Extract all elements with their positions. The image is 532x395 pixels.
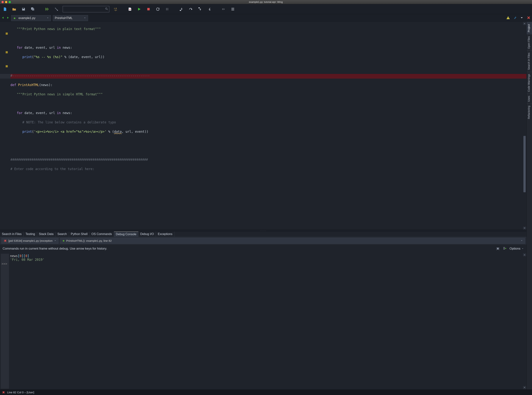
menu-button[interactable] [230, 6, 236, 12]
code-editor[interactable]: """Print Python news in plain text forma… [0, 22, 527, 230]
side-tab-uses[interactable]: Uses [527, 94, 532, 104]
new-file-button[interactable] [2, 6, 8, 12]
svg-text:A: A [114, 7, 115, 9]
chevron-down-icon [54, 239, 56, 242]
tab-debug-io[interactable]: Debug I/O [138, 231, 156, 237]
window-title: example1.py: tutorial.wpr: Wing [11, 0, 521, 3]
save-button[interactable] [21, 6, 27, 12]
tab-search-in-files[interactable]: Search in Files [0, 231, 24, 237]
fold-marker[interactable] [5, 33, 8, 35]
debug-process-label: [pid 53534] example1.py (exception [8, 239, 53, 242]
open-file-button[interactable] [11, 6, 17, 12]
side-tab-project[interactable]: Project [527, 22, 532, 34]
file-tab-bar: ★ example1.py PrintAsHTML [0, 14, 532, 22]
replace-button[interactable]: AB [113, 6, 119, 12]
file-selector[interactable]: ★ example1.py [11, 15, 51, 21]
nav-forward-button[interactable] [6, 16, 9, 20]
run-button[interactable] [136, 6, 142, 12]
tab-exceptions[interactable]: Exceptions [156, 231, 174, 237]
chevron-down-icon [521, 239, 523, 242]
minimize-window-button[interactable] [5, 1, 7, 3]
horizontal-splitter[interactable]: ⋯⋯⋯ [0, 230, 527, 231]
pause-button[interactable] [164, 6, 170, 12]
scroll-down-button[interactable] [523, 386, 526, 389]
goto-definition-button[interactable] [53, 6, 59, 12]
close-window-button[interactable] [1, 1, 4, 3]
file-selector-label: example1.py [18, 16, 35, 20]
toolbar-search-input[interactable] [63, 8, 104, 11]
bottom-tool-tabs: Search in Files Testing Stack Data Searc… [0, 231, 527, 237]
fold-marker[interactable] [5, 65, 8, 67]
svg-point-2 [106, 8, 107, 9]
svg-rect-0 [22, 8, 24, 9]
status-text: Line 82 Col 0 – [User] [7, 391, 34, 394]
options-label: Options [510, 247, 521, 251]
step-out-button[interactable] [197, 6, 203, 12]
svg-rect-9 [167, 8, 168, 10]
scroll-up-button[interactable] [523, 253, 526, 256]
svg-rect-8 [166, 8, 167, 10]
tab-debug-console[interactable]: Debug Console [114, 231, 138, 237]
options-dropdown[interactable]: Options [510, 247, 524, 251]
traffic-lights [1, 1, 11, 3]
debug-frame-label: PrintAsHTML(): example1.py, line 82 [66, 239, 112, 242]
debug-console-panel: [pid 53534] example1.py (exception ★ Pri… [0, 237, 527, 390]
editor-gutter[interactable] [0, 22, 9, 230]
side-tab-refactoring[interactable]: Refactoring [527, 104, 532, 121]
svg-point-14 [5, 240, 6, 242]
stop-button[interactable] [145, 6, 151, 12]
more-tools-button[interactable] [220, 6, 226, 12]
scroll-up-button[interactable] [523, 22, 526, 25]
step-into-button[interactable] [178, 6, 184, 12]
editor-scrollbar[interactable] [523, 22, 526, 230]
status-bug-icon[interactable] [2, 390, 5, 394]
debug-frame-selector[interactable]: ★ PrintAsHTML(): example1.py, line 82 [60, 238, 525, 244]
console-prompt: >>> [1, 262, 8, 266]
indentation-button[interactable] [44, 6, 50, 12]
pin-icon[interactable] [513, 16, 517, 20]
toolbar-search[interactable] [63, 6, 109, 12]
svg-point-5 [115, 10, 116, 11]
status-bar: Line 82 Col 0 – [User] [0, 390, 532, 395]
svg-point-1 [55, 8, 56, 8]
step-over-button[interactable] [188, 6, 194, 12]
tab-os-commands[interactable]: OS Commands [90, 231, 114, 237]
close-tab-icon[interactable] [527, 16, 531, 20]
console-scrollbar[interactable] [523, 253, 526, 389]
debug-process-selector[interactable]: [pid 53534] example1.py (exception [1, 238, 58, 244]
restart-button[interactable] [155, 6, 161, 12]
svg-rect-13 [508, 18, 508, 19]
tab-python-shell[interactable]: Python Shell [69, 231, 90, 237]
debug-bug-icon[interactable] [496, 247, 500, 251]
warning-icon[interactable] [506, 16, 510, 20]
current-line-gutter [0, 74, 11, 79]
step-return-button[interactable] [206, 6, 212, 12]
star-icon: ★ [13, 16, 16, 20]
search-icon[interactable] [104, 7, 109, 11]
scroll-down-button[interactable] [523, 227, 526, 230]
tab-testing[interactable]: Testing [24, 231, 37, 237]
nav-back-button[interactable] [1, 16, 5, 20]
console-gutter: >>> [1, 254, 9, 389]
svg-point-6 [129, 9, 131, 10]
collapse-icon[interactable] [520, 16, 523, 20]
chevron-down-icon [84, 16, 86, 20]
tab-search[interactable]: Search [56, 231, 69, 237]
console-body[interactable]: news[0][0] 'Fri, 08 Mar 2019' [9, 254, 525, 389]
tab-stack-data[interactable]: Stack Data [37, 231, 56, 237]
right-tool-tabs: Project Open Files Search in Files Code … [527, 22, 532, 390]
fold-marker[interactable] [5, 51, 8, 53]
side-tab-code-warnings[interactable]: Code Warnings [527, 72, 532, 94]
save-all-button[interactable] [30, 6, 36, 12]
side-tab-open-files[interactable]: Open Files [527, 34, 532, 51]
debug-file-button[interactable] [127, 6, 133, 12]
chevron-down-icon [47, 16, 49, 20]
side-tab-search-in-files[interactable]: Search in Files [527, 51, 532, 72]
symbol-selector[interactable]: PrintAsHTML [53, 15, 88, 21]
main-area: """Print Python news in plain text forma… [0, 22, 532, 390]
add-watch-icon[interactable] [503, 247, 506, 251]
debug-console[interactable]: >>> news[0][0] 'Fri, 08 Mar 2019' [0, 253, 527, 390]
zoom-window-button[interactable] [9, 1, 11, 3]
svg-rect-11 [199, 7, 200, 8]
debug-hint-text: Commands run in current frame without de… [3, 247, 107, 251]
